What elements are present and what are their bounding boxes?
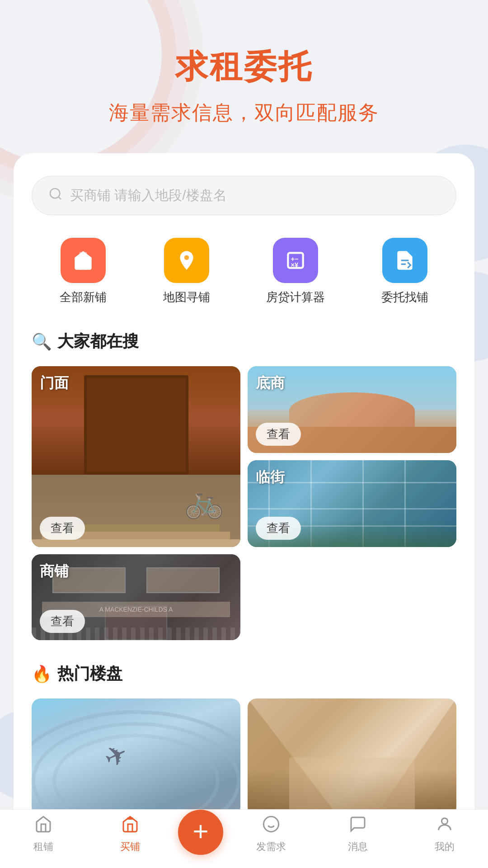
category-card-frontage[interactable]: 🚲 门面 查看 [32,366,240,547]
nav-add-button[interactable]: + [178,810,223,855]
category-card-basement[interactable]: 底商 查看 [248,366,456,453]
nav-item-buy[interactable]: 买铺 [87,815,174,854]
action-commission[interactable]: 委托找铺 [381,238,428,305]
action-map-search[interactable]: 地图寻铺 [163,238,210,305]
hot-properties-header: 🔥 热门楼盘 [32,663,456,685]
svg-point-9 [263,816,278,831]
nav-icon-needs [262,815,280,837]
search-section-icon: 🔍 [32,332,52,351]
nav-item-message[interactable]: 消息 [314,815,401,854]
category-card-streetside[interactable]: 临街 查看 [248,460,456,547]
nav-item-mine[interactable]: 我的 [401,815,488,854]
nav-item-needs[interactable]: 发需求 [228,815,314,854]
category-btn-shop[interactable]: 查看 [40,610,85,633]
sub-title: 海量需求信息，双向匹配服务 [27,99,461,126]
search-input-placeholder: 买商铺 请输入地段/楼盘名 [70,186,227,205]
nav-label-mine: 我的 [435,840,455,854]
category-card-shop[interactable]: A MACKENZIE-CHILDS A 商铺 查看 [32,554,240,640]
nav-item-rent[interactable]: 租铺 [0,815,87,854]
nav-label-needs: 发需求 [256,840,286,854]
hot-card-1[interactable]: ✈ [32,698,240,816]
category-btn-frontage[interactable]: 查看 [40,517,85,540]
nav-label-buy: 买铺 [120,840,140,854]
action-label-map-search: 地图寻铺 [163,289,210,305]
category-label-streetside: 临街 [256,467,285,487]
action-label-all-new: 全部新铺 [60,289,107,305]
nav-icon-buy [121,815,139,837]
category-btn-basement[interactable]: 查看 [256,423,301,446]
nav-icon-rent [34,815,52,837]
svg-point-0 [50,189,60,198]
category-btn-streetside[interactable]: 查看 [256,517,301,540]
search-bar[interactable]: 买商铺 请输入地段/楼盘名 [32,176,456,215]
nav-label-message: 消息 [348,840,368,854]
hot-card-2[interactable] [248,698,456,816]
action-label-loan-calc: 房贷计算器 [266,289,325,305]
action-label-commission: 委托找铺 [381,289,428,305]
search-icon [48,187,63,205]
hot-section-icon: 🔥 [32,665,52,684]
svg-point-12 [441,818,447,824]
category-grid: 🚲 门面 查看 底商 查看 [32,366,456,640]
svg-rect-8 [127,817,133,820]
nav-item-add[interactable]: + [174,810,228,859]
quick-actions: 全部新铺 地图寻铺 +− ×¥ 房贷计算器 [32,238,456,305]
action-loan-calc[interactable]: +− ×¥ 房贷计算器 [266,238,325,305]
nav-add-icon: + [192,818,208,845]
category-label-basement: 底商 [256,373,285,393]
everyone-searching-header: 🔍 大家都在搜 [32,330,456,353]
main-title: 求租委托 [27,45,461,89]
nav-icon-mine [436,815,454,837]
bottom-nav: 租铺 买铺 + 发需求 [0,809,488,868]
hot-properties-title: 热门楼盘 [57,663,122,685]
svg-text:×¥: ×¥ [291,261,299,269]
hot-grid: ✈ [32,698,456,816]
action-icon-map-search [164,238,209,283]
action-icon-commission [382,238,427,283]
svg-rect-1 [80,252,87,255]
category-label-frontage: 门面 [40,373,69,393]
header-section: 求租委托 海量需求信息，双向匹配服务 [0,0,488,153]
action-all-new[interactable]: 全部新铺 [60,238,107,305]
everyone-searching-title: 大家都在搜 [57,330,139,353]
action-icon-loan-calc: +− ×¥ [273,238,318,283]
main-card: 买商铺 请输入地段/楼盘名 全部新铺 地图寻铺 [14,153,474,839]
nav-label-rent: 租铺 [33,840,53,854]
category-label-shop: 商铺 [40,561,69,581]
nav-icon-message [349,815,367,837]
svg-point-2 [184,255,189,260]
action-icon-all-new [61,238,106,283]
